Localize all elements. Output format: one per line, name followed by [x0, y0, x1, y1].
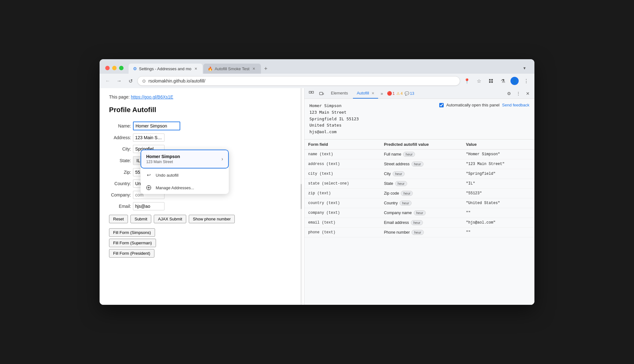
predicted-cell: Phone number heur: [380, 227, 462, 237]
auto-open-label: Automatically open this panel: [446, 103, 499, 107]
autofill-address-block: Homer Simpson 123 Main Street Springfiel…: [309, 103, 435, 135]
tab-settings-label: Settings - Addresses and mo: [139, 66, 191, 71]
refresh-button[interactable]: ↺: [126, 77, 135, 85]
email-input[interactable]: [133, 202, 164, 210]
minimize-window-button[interactable]: [112, 66, 117, 70]
heur-badge: heur: [401, 191, 413, 196]
auto-open-row: Automatically open this panel Send feedb…: [439, 103, 529, 107]
info-icon: 💬: [405, 91, 409, 96]
svg-rect-2: [489, 81, 491, 83]
tab-list-dropdown[interactable]: ▾: [520, 64, 529, 72]
manage-addresses-button[interactable]: Manage Addresses...: [141, 181, 229, 194]
value-cell: "Springfield": [462, 169, 534, 179]
value-cell: "hjs@aol.com": [462, 218, 534, 227]
tab-autofill[interactable]: 🔥 Autofill Smoke Test ✕: [203, 64, 261, 74]
field-cell: phone (text): [304, 227, 380, 237]
state-label: State:: [109, 158, 131, 163]
predicted-cell: Full name heur: [380, 149, 462, 159]
experiments-icon[interactable]: ⚗: [499, 77, 507, 85]
tab-settings-close[interactable]: ✕: [193, 66, 198, 71]
table-row: phone (text) Phone number heur "": [304, 227, 534, 237]
address-label: Address:: [109, 135, 131, 140]
manage-icon: [146, 185, 152, 191]
col-value: Value: [462, 139, 534, 150]
predicted-label: Phone number: [384, 230, 410, 235]
autocomplete-arrow-icon: ›: [222, 156, 223, 162]
main-content: This page: https://goo.gl/B6Xs1E Profile…: [100, 88, 534, 305]
svg-rect-12: [320, 92, 323, 95]
predicted-label: Street address: [384, 162, 409, 166]
back-button[interactable]: ←: [103, 77, 112, 85]
fill-president-button[interactable]: Fill Form (President): [109, 249, 154, 258]
name-input[interactable]: [133, 122, 180, 130]
address-line-1: Homer Simpson: [309, 103, 435, 109]
address-line-4: United States: [309, 122, 435, 129]
devtools-inspect-icon[interactable]: [307, 89, 316, 98]
value-cell: "United States": [462, 198, 534, 208]
devtools-tabs: Elements Autofill ✕ » 🔴 1 ⚠ 4: [304, 88, 534, 99]
value-cell: "IL": [462, 179, 534, 188]
location-icon[interactable]: 📍: [463, 77, 471, 85]
autocomplete-item[interactable]: Homer Simpson 123 Main Street ›: [141, 150, 229, 168]
toolbar-icons: 📍 ☆ ⚗ 👤 ⋮: [463, 77, 531, 85]
devtools-tab-elements[interactable]: Elements: [327, 88, 352, 99]
warning-badge: ⚠ 4: [396, 91, 403, 96]
error-count: 1: [393, 91, 395, 96]
svg-rect-13: [323, 93, 324, 94]
address-input[interactable]: [133, 134, 164, 142]
predicted-cell: Street address heur: [380, 159, 462, 169]
page-link-line: This page: https://goo.gl/B6Xs1E: [109, 94, 295, 100]
fill-simpsons-button[interactable]: Fill Form (Simpsons): [109, 228, 155, 237]
tab-settings[interactable]: ⚙ Settings - Addresses and mo ✕: [129, 64, 203, 74]
manage-label: Manage Addresses...: [156, 185, 194, 190]
ajax-submit-button[interactable]: AJAX Submit: [154, 215, 186, 223]
profile-icon[interactable]: 👤: [510, 77, 519, 85]
undo-autofill-button[interactable]: ↩ Undo autofill: [141, 169, 229, 181]
city-label: City:: [109, 146, 131, 151]
warning-count: 4: [401, 91, 403, 96]
devtools-tab-autofill[interactable]: Autofill ✕: [353, 88, 378, 99]
autofill-data-table: Form field Predicted autofill value Valu…: [304, 139, 534, 237]
tab-autofill-label: Autofill Smoke Test: [215, 66, 249, 71]
page-url-link[interactable]: https://goo.gl/B6Xs1E: [131, 94, 173, 100]
warning-icon: ⚠: [396, 91, 400, 96]
fill-superman-button[interactable]: Fill Form (Superman): [109, 239, 156, 247]
auto-open-checkbox[interactable]: [439, 103, 444, 107]
forward-button[interactable]: →: [115, 77, 124, 85]
send-feedback-link[interactable]: Send feedback: [502, 103, 529, 107]
predicted-label: Country: [384, 201, 398, 205]
heur-badge: heur: [414, 210, 426, 215]
svg-rect-1: [491, 79, 493, 81]
address-bar[interactable]: ⊙ rsolomakhin.github.io/autofill/: [137, 76, 460, 86]
browser-window: ⚙ Settings - Addresses and mo ✕ 🔥 Autofi…: [100, 59, 534, 305]
show-phone-button[interactable]: Show phone number: [189, 215, 235, 223]
predicted-cell: City heur: [380, 169, 462, 179]
devtools-responsive-icon[interactable]: [317, 89, 326, 98]
submit-button[interactable]: Submit: [130, 215, 151, 223]
autofill-table: Form field Predicted autofill value Valu…: [304, 139, 534, 305]
scrollbar[interactable]: [300, 88, 302, 305]
devtools-close-button[interactable]: ✕: [524, 89, 532, 98]
predicted-cell: Email address heur: [380, 218, 462, 227]
autofill-tab-close-icon[interactable]: ✕: [372, 91, 374, 95]
field-cell: company (text): [304, 208, 380, 218]
reset-button[interactable]: Reset: [109, 215, 128, 223]
devtools-badges: 🔴 1 ⚠ 4 💬 13: [387, 91, 414, 96]
svg-point-5: [148, 187, 150, 189]
url-text: rsolomakhin.github.io/autofill/: [148, 78, 455, 83]
chrome-menu-icon[interactable]: ⋮: [522, 77, 531, 85]
scrollbar-thumb: [301, 184, 302, 209]
traffic-lights: [105, 66, 124, 70]
bookmark-icon[interactable]: ☆: [475, 77, 483, 85]
devtools-settings-button[interactable]: ⚙: [505, 89, 513, 98]
svg-rect-3: [491, 81, 493, 83]
devtools-more-button[interactable]: ⋮: [514, 89, 522, 98]
svg-rect-10: [309, 91, 311, 93]
new-tab-button[interactable]: +: [262, 64, 270, 73]
maximize-window-button[interactable]: [119, 66, 124, 70]
close-window-button[interactable]: [105, 66, 110, 70]
devtools-more-tabs[interactable]: »: [379, 91, 384, 96]
tab-autofill-close[interactable]: ✕: [251, 66, 256, 71]
heur-badge: heur: [400, 201, 412, 206]
extension-icon[interactable]: [487, 77, 495, 85]
